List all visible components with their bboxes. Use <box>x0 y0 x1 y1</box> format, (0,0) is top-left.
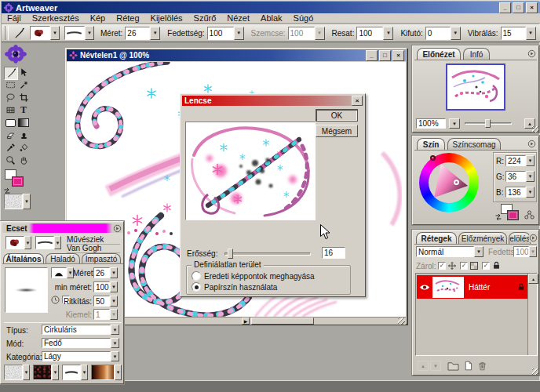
text-tool[interactable]: T <box>17 104 30 116</box>
gradient-preview-dropdown[interactable] <box>91 365 115 380</box>
hue-marker[interactable] <box>430 155 436 161</box>
blend-mode-arrow[interactable]: ▼ <box>474 246 483 257</box>
min-size-input[interactable]: 100 <box>93 281 110 292</box>
strength-slider-thumb[interactable] <box>228 249 233 259</box>
opacity-arrow[interactable]: ▼ <box>234 27 244 40</box>
document-titlebar[interactable]: Névtelen1 @ 100% _ □ × <box>67 49 406 61</box>
opacity-input[interactable]: 100 <box>207 27 234 40</box>
layer-scroll-up[interactable]: ▲ <box>528 274 538 284</box>
crop-tool[interactable] <box>17 92 30 103</box>
paper-texture-arrow[interactable]: ▼ <box>23 194 31 209</box>
brush-tip-dropdown[interactable] <box>51 267 67 278</box>
tab-layers[interactable]: Rétegek <box>416 232 457 244</box>
g-input[interactable]: 36 <box>505 171 526 182</box>
panel-menu-icon[interactable] <box>527 140 536 148</box>
stroke-preview-dropdown[interactable] <box>64 26 85 40</box>
texture1-arrow[interactable]: ▼ <box>23 365 30 380</box>
tab-color[interactable]: Szín <box>417 138 445 150</box>
paintbrush-tool[interactable] <box>4 67 18 80</box>
strength-slider-track[interactable] <box>224 252 311 256</box>
dialog-titlebar[interactable]: Lencse × <box>182 96 363 106</box>
resat-input[interactable]: 100 <box>356 27 383 40</box>
strength-input[interactable]: 16 <box>322 247 345 259</box>
texture1-dropdown[interactable] <box>4 365 23 380</box>
texture3-dropdown[interactable] <box>62 365 81 380</box>
type-dropdown[interactable]: Cirkuláris <box>42 325 111 335</box>
min-size-arrow[interactable]: ▼ <box>110 281 118 292</box>
shape-rectangle-tool[interactable] <box>4 117 16 129</box>
delete-layer-trash-icon[interactable] <box>477 361 487 371</box>
brush-variant-arrow[interactable]: ▼ <box>54 236 61 249</box>
bleed-arrow[interactable]: ▼ <box>451 27 461 40</box>
radio-paper-circle[interactable] <box>192 282 201 292</box>
cancel-button[interactable]: Mégsem <box>316 125 358 137</box>
radio-paper-color[interactable]: Papírszín használata <box>192 282 277 292</box>
radio-keep-pixels[interactable]: Eredeti képpontok meghagyása <box>192 271 315 281</box>
minimize-button[interactable]: _ <box>499 2 511 13</box>
new-layer-icon[interactable] <box>463 361 473 371</box>
grid-tool[interactable] <box>4 104 16 116</box>
marquee-selection-tool[interactable] <box>4 79 16 91</box>
texture2-dropdown[interactable] <box>33 365 52 380</box>
jitter-arrow[interactable]: ▼ <box>526 27 536 40</box>
color-mixer-icon[interactable] <box>524 210 535 220</box>
scroll-right-icon[interactable]: ▶ <box>242 318 250 325</box>
magic-wand-tool[interactable] <box>17 79 30 91</box>
lasso-tool[interactable] <box>4 92 16 103</box>
fg-color-swatch[interactable] <box>507 210 519 220</box>
texture2-arrow[interactable]: ▼ <box>52 365 59 380</box>
b-input[interactable]: 136 <box>505 187 526 198</box>
brush-size-input[interactable]: 26 <box>93 267 110 278</box>
size-input[interactable]: 26 <box>125 27 150 40</box>
paint-bucket-tool[interactable] <box>17 142 30 154</box>
r-arrow[interactable]: ▼ <box>526 155 535 166</box>
gradient-preview-arrow[interactable]: ▼ <box>115 365 122 380</box>
lock-all-checkbox[interactable]: ✓ <box>482 262 490 270</box>
g-arrow[interactable]: ▼ <box>526 171 535 182</box>
layer-thumbnail[interactable] <box>432 277 464 298</box>
tab-advanced[interactable]: Haladó <box>46 253 80 264</box>
brush-preview-dropdown[interactable] <box>30 26 50 40</box>
blend-mode-dropdown[interactable]: Normál <box>416 246 474 257</box>
tab-swatches[interactable]: Színcsomag <box>447 138 501 150</box>
brush-variant-dropdown[interactable] <box>35 236 54 249</box>
spacing-input[interactable]: 50 <box>93 296 110 307</box>
preview-zoom-input[interactable]: 100% <box>416 118 446 129</box>
lock-position-checkbox[interactable]: ✓ <box>438 262 446 270</box>
tab-general[interactable]: Általános <box>3 253 44 264</box>
category-arrow[interactable]: ▼ <box>111 351 119 361</box>
texture3-arrow[interactable]: ▼ <box>81 365 88 380</box>
menu-szerkesztes[interactable]: Szerkesztés <box>27 13 85 23</box>
tab-history[interactable]: Előzmények <box>458 232 507 244</box>
menu-ablak[interactable]: Ablak <box>255 13 288 23</box>
tab-preview[interactable]: Előnézet <box>417 48 461 60</box>
stroke-preview-arrow[interactable]: ▼ <box>85 26 94 40</box>
menu-kep[interactable]: Kép <box>85 13 111 23</box>
category-dropdown[interactable]: Lágy <box>42 351 111 361</box>
clone-stamp-tool[interactable] <box>17 129 30 141</box>
mode-dropdown[interactable]: Fedő <box>42 338 111 348</box>
panel-menu-icon[interactable] <box>527 49 536 58</box>
lock-pixels-checkbox[interactable]: ✓ <box>460 262 468 270</box>
color-wheel[interactable] <box>419 153 479 212</box>
menu-reteg[interactable]: Réteg <box>111 13 144 23</box>
radio-keep-circle[interactable] <box>192 271 201 281</box>
paper-texture-dropdown[interactable] <box>4 194 23 209</box>
type-arrow[interactable]: ▼ <box>111 325 119 335</box>
menu-szuro[interactable]: Szűrő <box>188 13 222 23</box>
doc-minimize-button[interactable]: _ <box>366 50 378 61</box>
menu-nezet[interactable]: Nézet <box>221 13 255 23</box>
layer-visibility-eye-icon[interactable] <box>419 283 430 292</box>
menu-kijeloles[interactable]: Kijelölés <box>145 13 188 23</box>
eraser-tool[interactable] <box>4 129 16 141</box>
layers-panel-grip[interactable] <box>532 368 538 375</box>
ok-button[interactable]: OK <box>316 109 358 122</box>
swap-colors-icon[interactable] <box>494 213 502 221</box>
doc-resize-grip[interactable] <box>398 318 405 325</box>
maximize-button[interactable]: □ <box>513 2 524 13</box>
layer-group-folder-icon[interactable] <box>447 361 459 371</box>
eyedropper-tool[interactable] <box>4 142 16 154</box>
menu-sugo[interactable]: Súgó <box>288 13 319 23</box>
preview-zoom-arrow[interactable]: ▼ <box>449 118 460 129</box>
scrollbar-thumb[interactable] <box>251 318 314 325</box>
